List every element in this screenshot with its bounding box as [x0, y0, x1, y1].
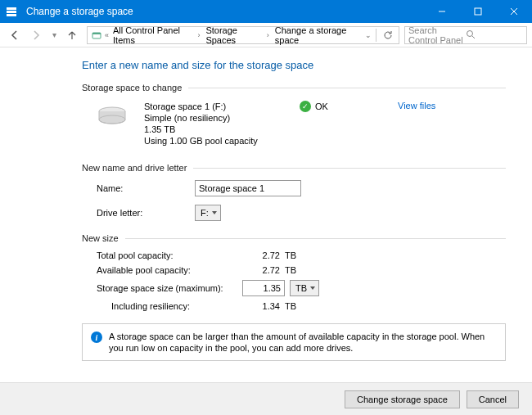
change-storage-space-button[interactable]: Change storage space [345, 390, 460, 408]
drive-name: Storage space 1 (F:) [144, 101, 283, 112]
forward-button[interactable] [26, 25, 46, 45]
drive-resiliency: Simple (no resiliency) [144, 112, 283, 124]
section-storage-to-change: Storage space to change Storage space 1 … [82, 83, 506, 153]
window-title: Change a storage space [23, 6, 424, 17]
resiliency-label: Including resiliency: [97, 301, 236, 311]
address-bar[interactable]: « All Control Panel Items › Storage Spac… [87, 26, 399, 44]
drive-info: Storage space 1 (F:) Simple (no resilien… [144, 101, 283, 147]
ok-icon: ✓ [300, 101, 311, 112]
drive-size: 1.35 TB [144, 124, 283, 135]
info-icon: i [91, 332, 102, 343]
cancel-button[interactable]: Cancel [467, 390, 519, 408]
back-button[interactable] [5, 25, 25, 45]
available-capacity-value: 2.72 [236, 265, 285, 275]
chevron-right-icon: › [264, 31, 272, 39]
total-capacity-unit: TB [285, 250, 318, 260]
drive-status: ✓ OK [300, 101, 381, 112]
search-input[interactable]: Search Control Panel [404, 26, 527, 44]
breadcrumb-item[interactable]: Change a storage space [273, 25, 361, 45]
total-capacity-value: 2.72 [236, 250, 285, 260]
max-size-unit-select[interactable]: TB [290, 280, 319, 296]
up-button[interactable] [62, 25, 82, 45]
svg-rect-2 [7, 14, 16, 16]
svg-line-10 [472, 36, 475, 38]
breadcrumb-item[interactable]: All Control Panel Items [111, 25, 193, 45]
svg-rect-4 [475, 8, 481, 15]
navbar: ▾ « All Control Panel Items › Storage Sp… [0, 23, 532, 47]
drive-letter-label: Drive letter: [97, 208, 195, 218]
name-input[interactable] [195, 180, 301, 196]
page-title: Enter a new name and size for the storag… [82, 59, 506, 71]
max-size-input[interactable] [242, 280, 285, 296]
info-box: i A storage space can be larger than the… [82, 323, 506, 361]
section-new-name: New name and drive letter Name: Drive le… [82, 163, 506, 223]
legend-new-size: New size [82, 233, 506, 243]
search-placeholder: Search Control Panel [408, 25, 466, 45]
svg-rect-8 [92, 33, 101, 34]
chevron-right-icon[interactable]: « [104, 31, 110, 39]
max-size-label: Storage space size (maximum): [97, 283, 236, 294]
svg-point-9 [467, 30, 473, 36]
refresh-button[interactable] [380, 30, 395, 40]
titlebar: Change a storage space [0, 0, 532, 23]
legend-storage-to-change: Storage space to change [82, 83, 506, 92]
chevron-right-icon: › [195, 31, 202, 39]
search-icon [466, 29, 523, 41]
legend-new-name: New name and drive letter [82, 163, 506, 173]
svg-rect-1 [7, 11, 16, 13]
address-dropdown-icon[interactable]: ⌄ [364, 31, 372, 39]
resiliency-value: 1.34 [236, 301, 285, 311]
status-text: OK [315, 101, 328, 111]
breadcrumb-item[interactable]: Storage Spaces [204, 25, 262, 45]
recent-dropdown-icon[interactable]: ▾ [47, 30, 61, 39]
info-message: A storage space can be larger than the a… [109, 331, 497, 354]
available-capacity-unit: TB [285, 265, 318, 275]
total-capacity-label: Total pool capacity: [97, 250, 236, 260]
maximize-button[interactable] [460, 0, 496, 23]
content-area: Enter a new name and size for the storag… [0, 47, 532, 361]
section-new-size: New size Total pool capacity: 2.72 TB Av… [82, 233, 506, 314]
resiliency-unit: TB [285, 301, 318, 311]
close-button[interactable] [496, 0, 532, 23]
app-icon [0, 6, 23, 17]
drive-icon [97, 106, 128, 127]
drive-letter-select[interactable]: F: [195, 205, 221, 221]
location-icon [91, 29, 102, 42]
name-label: Name: [97, 183, 195, 193]
minimize-button[interactable] [424, 0, 460, 23]
svg-rect-0 [7, 7, 16, 10]
footer: Change storage space Cancel [0, 382, 532, 415]
drive-pool-usage: Using 1.00 GB pool capacity [144, 135, 283, 147]
view-files-link[interactable]: View files [398, 101, 435, 111]
available-capacity-label: Available pool capacity: [97, 265, 236, 275]
